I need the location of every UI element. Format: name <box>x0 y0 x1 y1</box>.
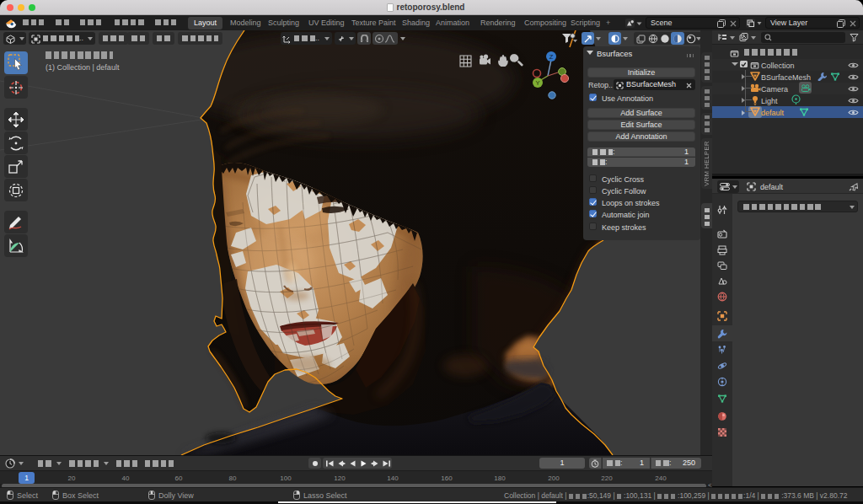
svg-text:Z: Z <box>549 53 554 61</box>
svg-text:Y: Y <box>535 79 539 87</box>
